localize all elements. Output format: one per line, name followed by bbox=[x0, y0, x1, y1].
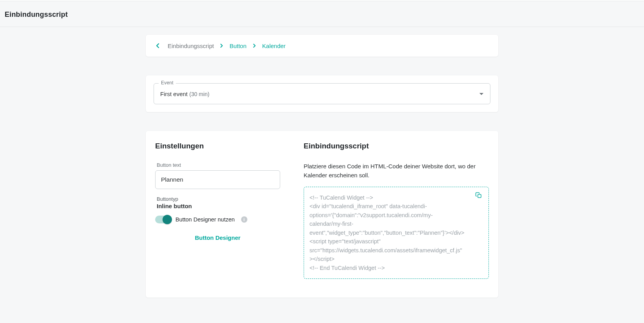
event-name: First event bbox=[160, 91, 188, 97]
chevron-left-icon bbox=[156, 43, 159, 48]
breadcrumb-item: Einbindungsscript bbox=[168, 43, 214, 49]
center-column: Einbindungsscript Button Kalender Event … bbox=[146, 35, 498, 298]
back-button[interactable] bbox=[154, 42, 161, 50]
chevron-right-icon bbox=[253, 44, 256, 48]
embed-column: Einbindungsscript Platziere diesen Code … bbox=[304, 142, 489, 279]
breadcrumb-card: Einbindungsscript Button Kalender bbox=[146, 35, 498, 57]
chevron-down-icon bbox=[479, 93, 484, 96]
content-region: Einbindungsscript Button Kalender Event … bbox=[0, 27, 644, 298]
button-type-label: Buttontyp bbox=[157, 196, 280, 202]
embed-code-text: <!-- TuCalendi Widget --> <div id="tucal… bbox=[309, 193, 465, 272]
page-header: Einbindungsscript bbox=[0, 1, 644, 27]
breadcrumb-link-button[interactable]: Button bbox=[229, 43, 246, 49]
use-designer-row: Button Designer nutzen i bbox=[155, 216, 280, 223]
event-select-card: Event First event (30 min) bbox=[146, 75, 498, 112]
event-select[interactable]: Event First event (30 min) bbox=[154, 83, 490, 104]
use-designer-toggle[interactable] bbox=[155, 216, 171, 223]
svg-rect-0 bbox=[478, 195, 481, 198]
event-select-legend: Event bbox=[159, 80, 176, 86]
chevron-right-icon bbox=[220, 44, 223, 48]
event-select-value: First event (30 min) bbox=[160, 91, 209, 98]
use-designer-label: Button Designer nutzen bbox=[175, 216, 235, 223]
settings-card: Einstellungen Button text Buttontyp Inli… bbox=[146, 131, 498, 298]
breadcrumb: Einbindungsscript Button Kalender bbox=[168, 43, 286, 49]
breadcrumb-link-calendar[interactable]: Kalender bbox=[262, 43, 286, 49]
button-designer-link[interactable]: Button Designer bbox=[155, 234, 280, 241]
embed-code-box[interactable]: <!-- TuCalendi Widget --> <div id="tucal… bbox=[304, 187, 489, 279]
button-text-input[interactable] bbox=[155, 170, 280, 189]
toggle-knob bbox=[163, 215, 172, 224]
copy-icon bbox=[475, 192, 482, 199]
event-duration: (30 min) bbox=[189, 91, 209, 97]
page-title: Einbindungsscript bbox=[5, 11, 639, 19]
button-type-value: Inline button bbox=[157, 203, 280, 209]
button-text-label: Button text bbox=[157, 162, 280, 168]
copy-button[interactable] bbox=[474, 191, 483, 200]
settings-column: Einstellungen Button text Buttontyp Inli… bbox=[155, 142, 280, 279]
settings-title: Einstellungen bbox=[155, 142, 280, 150]
embed-title: Einbindungsscript bbox=[304, 142, 489, 150]
embed-description: Platziere diesen Code im HTML-Code deine… bbox=[304, 162, 489, 180]
info-icon[interactable]: i bbox=[241, 216, 247, 223]
